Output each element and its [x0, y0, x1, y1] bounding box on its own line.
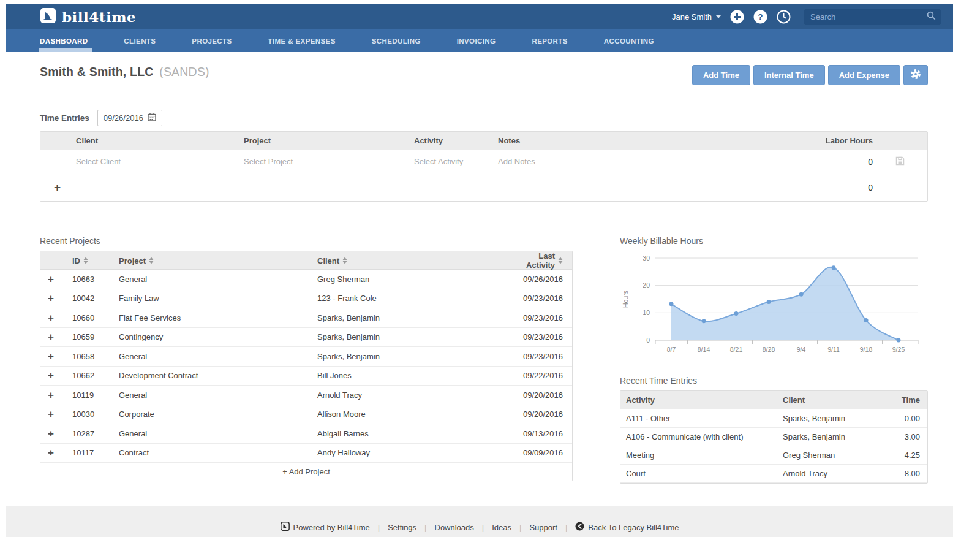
expand-project-button[interactable]: + — [48, 428, 54, 440]
expand-project-button[interactable]: + — [48, 273, 54, 285]
svg-text:9/11: 9/11 — [827, 346, 840, 353]
col-notes: Notes — [498, 136, 799, 145]
footer-link-ideas[interactable]: Ideas — [492, 523, 511, 532]
user-menu[interactable]: Jane Smith — [672, 12, 721, 21]
expand-project-button[interactable]: + — [48, 447, 54, 459]
entry-time: 3.00 — [884, 432, 927, 441]
time-entry-row[interactable]: MeetingGreg Sherman4.25 — [620, 446, 927, 465]
right-panel: Weekly Billable Hours 01020308/78/148/21… — [620, 236, 928, 484]
date-picker[interactable]: 09/26/2016 — [97, 110, 162, 126]
project-id: 10030 — [62, 409, 114, 419]
time-entry-row[interactable]: CourtArnold Tracy8.00 — [620, 465, 927, 483]
expand-project-button[interactable]: + — [48, 370, 54, 381]
client-name: Smith & Smith, LLC — [40, 65, 154, 78]
svg-text:8/28: 8/28 — [763, 346, 775, 353]
expand-project-button[interactable]: + — [48, 292, 54, 304]
project-id: 10659 — [62, 332, 114, 341]
nav-item-dashboard[interactable]: DASHBOARD — [40, 29, 88, 52]
help-button[interactable]: ? — [753, 10, 767, 24]
project-client: Allison Moore — [313, 409, 515, 419]
project-client: Sparks, Benjamin — [313, 313, 515, 322]
expand-project-button[interactable]: + — [48, 408, 54, 420]
select-activity-dropdown[interactable]: Select Activity — [414, 157, 498, 166]
settings-gear-button[interactable] — [903, 65, 928, 85]
recent-projects-section: Recent Projects ID Project Client Last A… — [40, 236, 573, 484]
add-new-button[interactable] — [730, 10, 744, 24]
project-id: 10660 — [62, 313, 114, 322]
project-row-10119[interactable]: +10119GeneralArnold Tracy09/20/2016 — [40, 386, 572, 405]
hours-value[interactable]: 0 — [799, 157, 873, 167]
sort-by-id[interactable]: ID — [72, 256, 114, 265]
add-time-entry-button[interactable]: + — [54, 181, 61, 194]
expand-project-button[interactable]: + — [48, 331, 54, 343]
nav-item-time-expenses[interactable]: TIME & EXPENSES — [268, 29, 336, 52]
timer-clock-button[interactable] — [777, 10, 791, 24]
search-icon[interactable] — [927, 11, 936, 23]
add-project-button[interactable]: + Add Project — [40, 463, 572, 481]
add-expense-button[interactable]: Add Expense — [828, 65, 900, 85]
bill4time-footer-logo-icon — [281, 522, 290, 533]
project-row-10030[interactable]: +10030CorporateAllison Moore09/20/2016 — [40, 405, 572, 425]
topbar: bill4time Jane Smith ? — [6, 4, 953, 29]
nav-item-accounting[interactable]: ACCOUNTING — [604, 29, 654, 52]
recent-time-entries-body: A111 - OtherSparks, Benjamin0.00A106 - C… — [620, 409, 927, 483]
entry-client: Sparks, Benjamin — [783, 414, 884, 423]
nav-item-invoicing[interactable]: INVOICING — [457, 29, 496, 52]
time-entry-row[interactable]: A111 - OtherSparks, Benjamin0.00 — [620, 409, 927, 428]
notes-input[interactable]: Add Notes — [498, 157, 799, 166]
project-row-10117[interactable]: +10117ContractAndy Halloway09/09/2016 — [40, 444, 572, 463]
project-last-activity: 09/20/2016 — [515, 390, 572, 400]
sort-by-project[interactable]: Project — [119, 256, 313, 265]
project-client: Sparks, Benjamin — [313, 332, 515, 341]
project-last-activity: 09/13/2016 — [515, 429, 572, 438]
entry-client: Sparks, Benjamin — [783, 432, 884, 441]
screenshot-viewport: bill4time Jane Smith ? — [0, 0, 980, 537]
nav-item-clients[interactable]: CLIENTS — [124, 29, 156, 52]
add-time-button[interactable]: Add Time — [692, 65, 750, 85]
entry-activity: Meeting — [620, 451, 783, 460]
expand-project-button[interactable]: + — [48, 389, 54, 401]
project-row-10663[interactable]: +10663GeneralGreg Sherman09/26/2016 — [40, 270, 572, 289]
project-last-activity: 09/09/2016 — [515, 448, 572, 457]
separator: | — [519, 523, 521, 532]
project-last-activity: 09/23/2016 — [515, 294, 572, 303]
sort-by-client[interactable]: Client — [317, 256, 515, 265]
project-row-10659[interactable]: +10659ContingencySparks, Benjamin09/23/2… — [40, 328, 572, 348]
project-row-10662[interactable]: +10662Development ContractBill Jones09/2… — [40, 367, 572, 386]
calendar-icon — [148, 113, 156, 123]
powered-by-link[interactable]: Powered by Bill4Time — [281, 522, 370, 533]
project-name: Contingency — [114, 332, 313, 341]
search-input[interactable] — [810, 12, 927, 21]
head-actions: Add Time Internal Time Add Expense — [692, 65, 928, 85]
svg-text:Hours: Hours — [622, 291, 629, 308]
footer-link-support[interactable]: Support — [529, 523, 557, 532]
time-entries-label: Time Entries — [40, 113, 89, 123]
footer-link-downloads[interactable]: Downloads — [435, 523, 474, 532]
internal-time-button[interactable]: Internal Time — [753, 65, 825, 85]
save-entry-button[interactable] — [873, 156, 927, 167]
nav-item-reports[interactable]: REPORTS — [532, 29, 567, 52]
project-row-10658[interactable]: +10658GeneralSparks, Benjamin09/23/2016 — [40, 347, 572, 367]
nav-item-scheduling[interactable]: SCHEDULING — [372, 29, 421, 52]
project-row-10660[interactable]: +10660Flat Fee ServicesSparks, Benjamin0… — [40, 308, 572, 328]
svg-text:9/25: 9/25 — [892, 346, 905, 353]
nav-item-projects[interactable]: PROJECTS — [192, 29, 232, 52]
project-row-10287[interactable]: +10287GeneralAbigail Barnes09/13/2016 — [40, 424, 572, 444]
billable-hours-title: Weekly Billable Hours — [620, 236, 928, 246]
footer-link-settings[interactable]: Settings — [388, 523, 417, 532]
sort-by-last-activity[interactable]: Last Activity — [515, 251, 563, 270]
time-entry-row[interactable]: A106 - Communicate (with client)Sparks, … — [620, 428, 927, 446]
entry-activity: Court — [620, 469, 783, 478]
expand-project-button[interactable]: + — [48, 312, 54, 324]
project-name: General — [114, 429, 313, 438]
select-project-dropdown[interactable]: Select Project — [244, 157, 414, 166]
svg-text:8/21: 8/21 — [730, 346, 743, 353]
time-entries-footer-row: + 0 — [40, 173, 927, 201]
brand-logo[interactable]: bill4time — [40, 7, 136, 26]
expand-project-button[interactable]: + — [48, 351, 54, 362]
sort-icon — [149, 257, 154, 264]
back-to-legacy-link[interactable]: Back To Legacy Bill4Time — [575, 522, 679, 533]
select-client-dropdown[interactable]: Select Client — [76, 157, 244, 166]
project-name: Corporate — [114, 409, 313, 419]
project-row-10042[interactable]: +10042Family Law123 - Frank Cole09/23/20… — [40, 289, 572, 309]
